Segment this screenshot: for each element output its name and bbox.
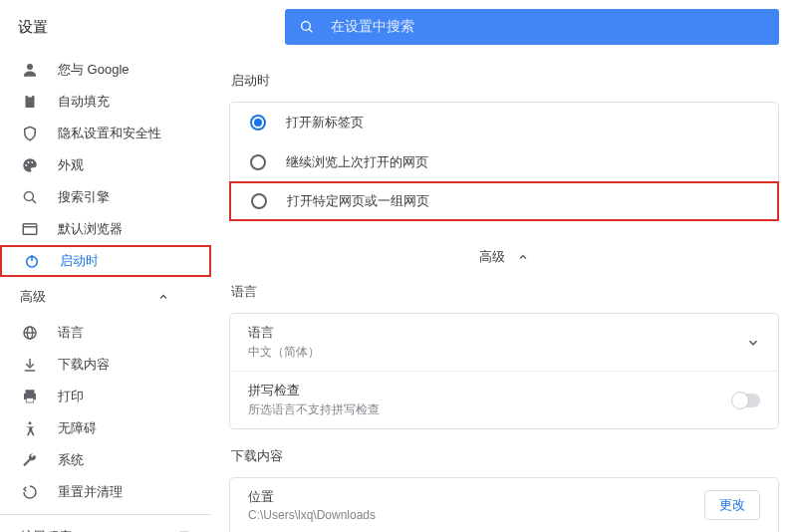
svg-line-1 [309,29,312,32]
radio-label: 打开特定网页或一组网页 [287,192,429,210]
radio-continue[interactable]: 继续浏览上次打开的网页 [230,142,778,182]
svg-point-2 [27,64,33,70]
row-label: 拼写检查 [248,382,380,399]
sidebar-item-label: 打印 [58,388,84,405]
person-icon [20,60,40,80]
wrench-icon [20,450,40,470]
radio-label: 继续浏览上次打开的网页 [286,153,428,171]
restore-icon [20,482,40,502]
sidebar-section-label: 高级 [20,288,46,306]
svg-rect-3 [26,96,35,108]
sidebar-section-advanced[interactable]: 高级 [0,277,211,317]
sidebar-item-autofill[interactable]: 自动填充 [0,86,211,118]
languages-card: 语言 中文（简体） 拼写检查 所选语言不支持拼写检查 [229,313,779,429]
print-icon [20,387,40,406]
palette-icon [20,155,40,175]
row-sublabel: 中文（简体） [248,344,320,361]
divider [0,514,211,515]
radio-icon [251,193,267,209]
sidebar-item-printing[interactable]: 打印 [0,381,211,412]
sidebar-item-search-engine[interactable]: 搜索引擎 [0,181,211,213]
shield-icon [20,124,40,143]
sidebar-item-system[interactable]: 系统 [0,444,211,476]
chevron-down-icon [746,336,760,350]
sidebar-item-label: 扩展程序 [20,528,72,532]
sidebar-item-label: 搜索引擎 [58,188,110,206]
search-placeholder: 在设置中搜索 [331,18,414,36]
sidebar-item-extensions[interactable]: 扩展程序 [0,521,211,532]
section-title-languages: 语言 [231,283,777,301]
sidebar-item-label: 启动时 [60,252,99,270]
sidebar-item-label: 系统 [58,451,84,469]
accessibility-icon [20,418,40,438]
spellcheck-toggle[interactable] [732,394,760,407]
svg-rect-21 [26,399,34,403]
svg-point-7 [31,161,33,163]
svg-point-5 [25,164,27,166]
row-sublabel: 所选语言不支持拼写检查 [248,401,380,418]
svg-rect-10 [23,224,37,235]
sidebar-item-downloads[interactable]: 下载内容 [0,349,211,381]
sidebar-item-label: 隐私设置和安全性 [58,125,161,142]
language-row[interactable]: 语言 中文（简体） [230,314,778,371]
radio-icon [250,115,266,131]
page-title: 设置 [0,18,285,37]
power-icon [22,251,42,271]
svg-point-6 [28,161,30,163]
svg-point-22 [29,421,32,424]
globe-icon [20,323,40,343]
sidebar: 您与 Google 自动填充 隐私设置和安全性 外观 搜索引擎 默认浏览器 启动… [0,54,211,532]
search-icon [20,187,40,207]
sidebar-item-label: 下载内容 [58,356,110,374]
sidebar-item-default-browser[interactable]: 默认浏览器 [0,213,211,245]
sidebar-item-on-startup[interactable]: 启动时 [0,245,211,277]
svg-point-8 [24,191,33,200]
radio-new-tab[interactable]: 打开新标签页 [230,103,778,142]
sidebar-item-label: 语言 [58,324,84,342]
sidebar-item-label: 无障碍 [58,419,97,437]
svg-rect-19 [26,390,35,394]
startup-card: 打开新标签页 继续浏览上次打开的网页 打开特定网页或一组网页 [229,102,779,221]
section-title-downloads: 下载内容 [231,447,777,465]
sidebar-item-label: 外观 [58,156,84,174]
svg-line-9 [32,199,36,203]
sidebar-item-label: 自动填充 [58,93,110,111]
sidebar-item-label: 您与 Google [58,61,130,79]
advanced-toggle[interactable]: 高级 [229,239,779,275]
row-sublabel: C:\Users\lxq\Downloads [248,508,376,522]
change-location-button[interactable]: 更改 [704,490,760,520]
radio-label: 打开新标签页 [286,114,364,132]
radio-specific-pages[interactable]: 打开特定网页或一组网页 [229,181,779,221]
sidebar-item-languages[interactable]: 语言 [0,317,211,349]
browser-icon [20,219,40,239]
row-label: 语言 [248,324,320,342]
clipboard-icon [20,92,40,112]
download-icon [20,355,40,375]
svg-rect-4 [28,95,33,98]
sidebar-item-you-and-google[interactable]: 您与 Google [0,54,211,86]
sidebar-item-label: 重置并清理 [58,483,123,501]
section-title-startup: 启动时 [231,72,777,90]
sidebar-item-label: 默认浏览器 [58,220,123,238]
spellcheck-row: 拼写检查 所选语言不支持拼写检查 [230,371,778,428]
sidebar-item-reset[interactable]: 重置并清理 [0,476,211,508]
download-location-row: 位置 C:\Users\lxq\Downloads 更改 [230,478,778,532]
svg-point-0 [302,22,311,31]
search-icon [299,19,315,35]
content-area: 启动时 打开新标签页 继续浏览上次打开的网页 打开特定网页或一组网页 高级 语言 [211,54,797,532]
downloads-card: 位置 C:\Users\lxq\Downloads 更改 下载前询问每个文件的保… [229,477,779,532]
sidebar-item-appearance[interactable]: 外观 [0,149,211,181]
sidebar-item-accessibility[interactable]: 无障碍 [0,412,211,444]
row-label: 位置 [248,488,376,506]
search-bar[interactable]: 在设置中搜索 [285,9,779,45]
radio-icon [250,154,266,170]
chevron-up-icon [517,251,529,263]
sidebar-item-privacy[interactable]: 隐私设置和安全性 [0,118,211,149]
advanced-toggle-label: 高级 [479,248,505,266]
chevron-up-icon [157,291,169,303]
